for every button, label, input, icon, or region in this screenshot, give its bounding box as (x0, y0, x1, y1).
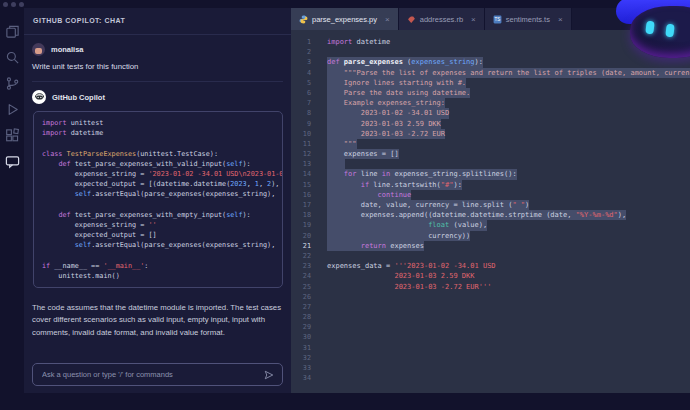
line-text: continue (327, 190, 411, 200)
line-text: expenses.append((datetime.datetime.strpt… (327, 210, 626, 220)
close-icon[interactable]: × (385, 15, 390, 24)
line-number: 34 (291, 373, 311, 383)
code-line[interactable]: 23expenses_data = '''2023-01-02 -34.01 U… (291, 261, 690, 271)
chat-code-line (42, 138, 282, 148)
editor-group: parse_expenses.py×addresses.rb×TSsentime… (291, 8, 690, 393)
line-number: 17 (291, 200, 311, 210)
chat-code-line: self.assertEqual(parse_expenses(expenses… (42, 240, 282, 250)
line-number: 31 (291, 343, 311, 353)
tab-parse_expenses.py[interactable]: parse_expenses.py× (291, 8, 399, 30)
code-line[interactable]: 9 2023-01-03 2.59 DKK (291, 119, 690, 129)
code-line[interactable]: 8 2023-01-02 -34.01 USD (291, 108, 690, 118)
code-line[interactable]: 16 continue (291, 190, 690, 200)
code-line[interactable]: 18 expenses.append((datetime.datetime.st… (291, 210, 690, 220)
chat-code-line (42, 200, 282, 210)
explorer-icon[interactable] (0, 18, 24, 44)
code-line[interactable]: 17 date, value, currency = line.split ("… (291, 200, 690, 210)
line-number: 25 (291, 282, 311, 292)
line-text: """Parse the list of expenses and return… (327, 68, 690, 78)
code-editor[interactable]: 1import datetime23def parse_expenses (ex… (291, 30, 690, 393)
code-line[interactable]: 21 return expenses (291, 241, 690, 251)
tab-bar: parse_expenses.py×addresses.rb×TSsentime… (291, 8, 690, 30)
code-line[interactable]: 32 (291, 353, 690, 363)
code-line[interactable]: 24 2023-01-03 2.59 DKK (291, 271, 690, 281)
code-line[interactable]: 30 (291, 332, 690, 342)
tab-addresses.rb[interactable]: addresses.rb× (399, 8, 485, 30)
line-text: def parse_expenses (expenses_string): (327, 57, 483, 67)
user-avatar (32, 43, 45, 56)
send-icon[interactable] (263, 369, 275, 381)
line-number: 27 (291, 302, 311, 312)
line-number: 5 (291, 78, 311, 88)
line-number: 12 (291, 149, 311, 159)
line-number: 28 (291, 312, 311, 322)
code-line[interactable]: 14 for line in expenses_string.splitline… (291, 169, 690, 179)
line-number: 18 (291, 210, 311, 220)
code-line[interactable]: 3def parse_expenses (expenses_string): (291, 57, 690, 67)
line-text: currency)) (327, 231, 470, 241)
code-line[interactable]: 5 Ignore lines starting with #. (291, 78, 690, 88)
chat-icon[interactable] (0, 148, 24, 174)
code-line[interactable]: 15 if line.startswith("#"): (291, 180, 690, 190)
python-icon (299, 15, 308, 24)
code-line[interactable]: 29 (291, 322, 690, 332)
tab-label: addresses.rb (420, 15, 463, 24)
code-line[interactable]: 6 Parse the date using datetime. (291, 88, 690, 98)
code-line[interactable]: 26 (291, 292, 690, 302)
window-controls[interactable] (3, 2, 24, 7)
chat-input[interactable] (40, 369, 263, 380)
code-line[interactable]: 1import datetime (291, 37, 690, 47)
chat-code-line: unittest.main() (42, 271, 282, 281)
line-text: date, value, currency = line.split (" ") (327, 200, 529, 210)
extensions-icon[interactable] (0, 122, 24, 148)
assistant-header: GitHub Copilot (32, 90, 283, 104)
code-line[interactable]: 20 currency)) (291, 231, 690, 241)
run-debug-icon[interactable] (0, 96, 24, 122)
chat-code-line: if __name__ == '__main__': (42, 261, 282, 271)
search-icon[interactable] (0, 44, 24, 70)
chat-code-line: import datetime (42, 128, 282, 138)
tab-sentiments.ts[interactable]: TSsentiments.ts× (485, 8, 572, 30)
line-text: import datetime (327, 37, 390, 47)
svg-text:TS: TS (494, 17, 500, 22)
activity-bar (0, 0, 24, 410)
code-line[interactable]: 10 2023-01-03 -2.72 EUR (291, 129, 690, 139)
chat-panel-title: GITHUB COPILOT: CHAT (24, 8, 291, 35)
code-line[interactable]: 31 (291, 343, 690, 353)
chat-code-block[interactable]: import unittestimport datetime class Tes… (33, 111, 283, 288)
code-line[interactable]: 22 (291, 251, 690, 261)
chat-code-line (42, 250, 282, 260)
user-name: monalisa (51, 45, 84, 54)
source-control-icon[interactable] (0, 70, 24, 96)
line-number: 14 (291, 169, 311, 179)
assistant-explanation: The code assumes that the datetime modul… (32, 302, 283, 339)
code-line[interactable]: 28 (291, 312, 690, 322)
code-line[interactable]: 33 (291, 363, 690, 373)
line-number: 2 (291, 47, 311, 57)
line-number: 21 (291, 241, 311, 251)
line-number: 16 (291, 190, 311, 200)
close-icon[interactable]: × (471, 15, 476, 24)
code-line[interactable]: 7 Example expenses_string: (291, 98, 690, 108)
code-line[interactable]: 25 2023-01-03 -2.72 EUR''' (291, 282, 690, 292)
copilot-avatar-icon (32, 90, 46, 104)
code-line[interactable]: 13 (291, 159, 690, 169)
code-line[interactable]: 12 expenses = [] (291, 149, 690, 159)
code-line[interactable]: 27 (291, 302, 690, 312)
code-line[interactable]: 19 float (value), (291, 220, 690, 230)
chat-code-line: import unittest (42, 118, 282, 128)
line-number: 23 (291, 261, 311, 271)
code-line[interactable]: 11 """ (291, 139, 690, 149)
line-number: 19 (291, 220, 311, 230)
line-text: Ignore lines starting with #. (327, 78, 466, 88)
line-text: 2023-01-03 -2.72 EUR''' (327, 282, 491, 292)
line-number: 20 (291, 231, 311, 241)
line-number: 33 (291, 363, 311, 373)
line-text: 2023-01-03 2.59 DKK (327, 271, 475, 281)
code-line[interactable]: 34 (291, 373, 690, 383)
close-icon[interactable]: × (558, 15, 563, 24)
code-line[interactable]: 2 (291, 47, 690, 57)
line-number: 6 (291, 88, 311, 98)
chat-code-line: expected_output = [(datetime.datetime(20… (42, 179, 282, 189)
code-line[interactable]: 4 """Parse the list of expenses and retu… (291, 68, 690, 78)
